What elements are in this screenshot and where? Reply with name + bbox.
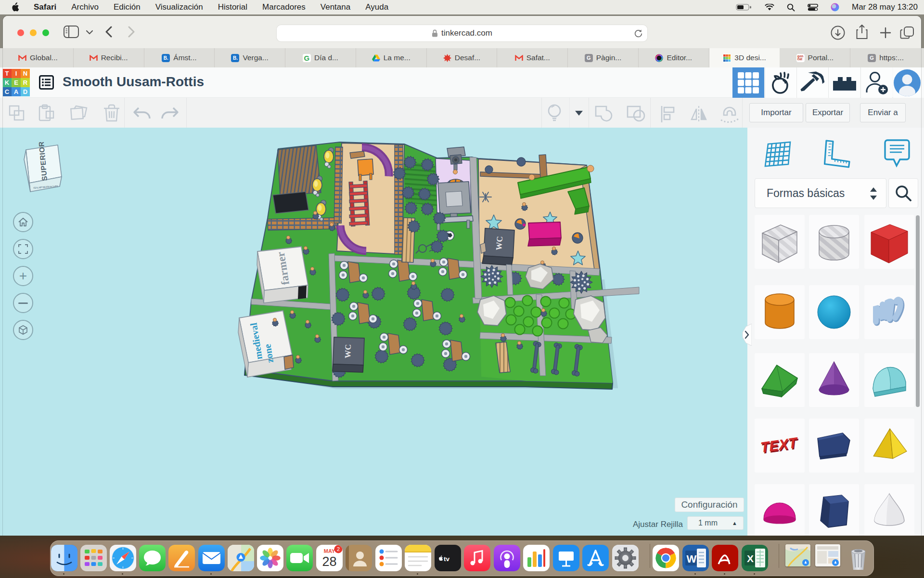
svg-text:tv: tv <box>444 555 449 563</box>
svg-text:2: 2 <box>337 546 340 552</box>
svg-text:WC: WC <box>343 344 353 358</box>
svg-text:WC: WC <box>494 236 504 251</box>
svg-text:X: X <box>747 553 754 564</box>
svg-text:28: 28 <box>322 554 336 569</box>
svg-text:MAY: MAY <box>324 548 335 554</box>
svg-text:W: W <box>687 553 697 565</box>
